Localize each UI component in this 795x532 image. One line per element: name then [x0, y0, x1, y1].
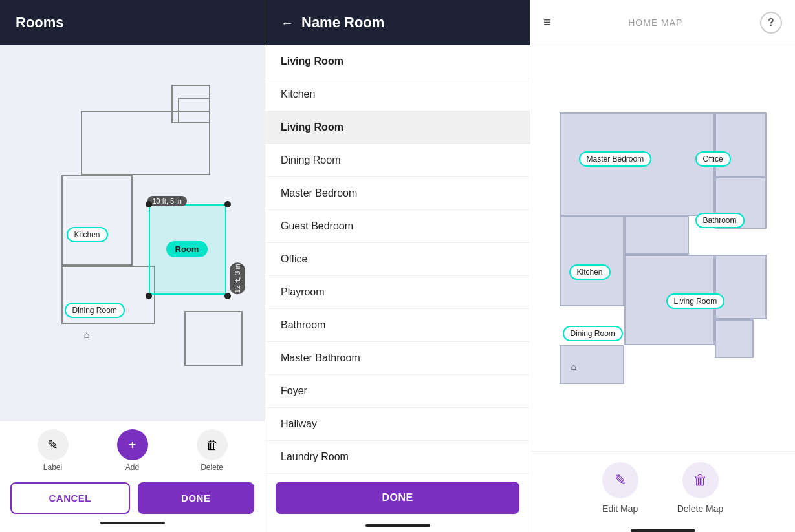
left-header: Rooms: [0, 0, 265, 45]
handle-bl[interactable]: [146, 293, 152, 299]
cancel-button[interactable]: CANCEL: [10, 482, 130, 514]
home-icon: ⌂: [84, 329, 90, 340]
edit-map-action[interactable]: ✎ Edit Map: [602, 462, 638, 514]
hm-bottom-mid: [624, 216, 689, 255]
map-label-office[interactable]: Office: [695, 151, 731, 167]
room-shape-kitchen-area: [61, 175, 133, 266]
label-icon: ✎: [38, 429, 69, 460]
room-item-7[interactable]: Office: [265, 243, 530, 276]
dining-label[interactable]: Dining Room: [65, 303, 125, 318]
room-shape-bottom-right: [184, 311, 243, 366]
delete-button[interactable]: 🗑 Delete: [197, 429, 228, 472]
map-label-bathroom[interactable]: Bathroom: [695, 213, 745, 228]
room-item-13[interactable]: Laundry Room: [265, 441, 530, 474]
bottom-toolbar: ✎ Label + Add 🗑 Delete CANCEL DONE: [0, 421, 265, 532]
room-shape-small: [178, 98, 210, 123]
hm-br-small: [715, 319, 754, 358]
map-label-master-bedroom[interactable]: Master Bedroom: [579, 151, 652, 167]
help-button[interactable]: ?: [760, 12, 782, 34]
dimension-vertical: 12 ft, 3 in: [230, 262, 245, 294]
map-label-kitchen[interactable]: Kitchen: [569, 264, 611, 280]
middle-done-area: DONE: [265, 474, 530, 522]
room-item-1[interactable]: Living Room: [265, 45, 530, 78]
map-label-dining-room[interactable]: Dining Room: [563, 326, 623, 341]
edit-map-icon: ✎: [602, 462, 638, 498]
add-button[interactable]: + Add: [117, 429, 148, 472]
label-button[interactable]: ✎ Label: [38, 429, 69, 472]
floor-plan-area: 10 ft, 5 in 12 ft, 3 in Kitchen Dining R…: [0, 45, 265, 421]
room-list: Living RoomKitchenLiving RoomDining Room…: [265, 45, 530, 474]
done-button-left[interactable]: DONE: [138, 482, 255, 514]
delete-map-action[interactable]: 🗑 Delete Map: [677, 462, 724, 514]
hm-top-right: [715, 112, 767, 177]
left-title: Rooms: [16, 14, 64, 31]
home-map-container: Master Bedroom Office Bathroom Kitchen L…: [560, 112, 767, 384]
room-item-10[interactable]: Master Bathroom: [265, 342, 530, 375]
selected-room-label[interactable]: Room: [166, 241, 208, 257]
hm-bottom-right: [715, 255, 767, 319]
menu-icon[interactable]: ≡: [543, 15, 551, 30]
handle-br[interactable]: [224, 293, 231, 299]
delete-map-label: Delete Map: [677, 504, 724, 514]
bottom-bar-left: [100, 522, 165, 524]
room-item-8[interactable]: Playroom: [265, 276, 530, 309]
done-button-middle[interactable]: DONE: [276, 482, 519, 514]
room-item-3[interactable]: Living Room: [265, 111, 530, 144]
room-item-4[interactable]: Dining Room: [265, 144, 530, 177]
right-header: ≡ HOME MAP ?: [530, 0, 795, 45]
floor-plan: 10 ft, 5 in 12 ft, 3 in Kitchen Dining R…: [23, 78, 243, 388]
middle-title: Name Room: [301, 14, 384, 31]
hm-bottom-left: [560, 216, 624, 306]
dimension-horizontal: 10 ft, 5 in: [147, 196, 187, 206]
handle-tl[interactable]: [146, 201, 152, 207]
handle-tr[interactable]: [224, 201, 231, 207]
delete-map-icon: 🗑: [682, 462, 719, 498]
map-home-icon: ⌂: [571, 361, 576, 372]
room-item-5[interactable]: Master Bedroom: [265, 177, 530, 210]
delete-icon: 🗑: [197, 429, 228, 460]
add-icon: +: [117, 429, 148, 460]
room-item-11[interactable]: Foyer: [265, 375, 530, 408]
bottom-bar-right: [631, 529, 695, 532]
middle-panel: ← Name Room Living RoomKitchenLiving Roo…: [265, 0, 530, 532]
right-map-area: Master Bedroom Office Bathroom Kitchen L…: [530, 45, 795, 451]
right-panel: ≡ HOME MAP ? Master Bedroom Office Bathr…: [530, 0, 795, 532]
back-arrow-icon[interactable]: ←: [281, 16, 294, 30]
home-map-title: HOME MAP: [628, 17, 682, 28]
toolbar-buttons: ✎ Label + Add 🗑 Delete: [0, 429, 265, 477]
map-label-living-room[interactable]: Living Room: [666, 293, 725, 309]
kitchen-label[interactable]: Kitchen: [67, 227, 108, 242]
middle-header: ← Name Room: [265, 0, 530, 45]
right-bottom: ✎ Edit Map 🗑 Delete Map: [530, 451, 795, 527]
bottom-bar-middle: [365, 524, 430, 527]
edit-map-label: Edit Map: [602, 504, 638, 514]
hm-bl-bottom: [560, 345, 624, 384]
room-item-2[interactable]: Kitchen: [265, 78, 530, 111]
action-buttons: CANCEL DONE: [0, 477, 265, 519]
room-item-9[interactable]: Bathroom: [265, 309, 530, 342]
room-item-12[interactable]: Hallway: [265, 408, 530, 441]
room-item-6[interactable]: Guest Bedroom: [265, 210, 530, 243]
left-panel: Rooms 10 ft, 5 in 12 ft, 3 in: [0, 0, 265, 532]
